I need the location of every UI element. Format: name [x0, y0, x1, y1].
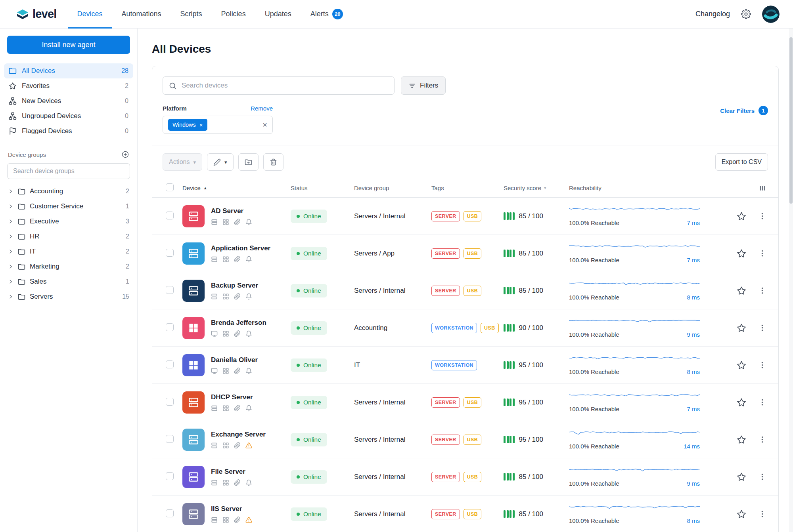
- paperclip-icon[interactable]: [234, 517, 241, 523]
- row-checkbox[interactable]: [166, 398, 174, 406]
- chevron-right-icon[interactable]: [8, 204, 13, 209]
- grid-icon[interactable]: [222, 219, 229, 225]
- device-name[interactable]: IIS Server: [211, 505, 252, 513]
- chevron-right-icon[interactable]: [8, 219, 13, 224]
- row-checkbox[interactable]: [166, 323, 174, 331]
- grid-icon[interactable]: [222, 330, 229, 337]
- grid-icon[interactable]: [222, 368, 229, 374]
- delete-button[interactable]: [263, 153, 283, 171]
- favorite-star-icon[interactable]: [737, 323, 746, 333]
- row-checkbox[interactable]: [166, 435, 174, 443]
- row-checkbox[interactable]: [166, 286, 174, 294]
- chevron-right-icon[interactable]: [8, 264, 13, 269]
- table-row[interactable]: Daniella Oliver Online IT WORKSTATION 95…: [152, 347, 778, 384]
- chevron-right-icon[interactable]: [8, 249, 13, 254]
- paperclip-icon[interactable]: [234, 293, 241, 300]
- row-checkbox[interactable]: [166, 249, 174, 257]
- column-device[interactable]: Device▲: [182, 185, 291, 191]
- sidebar-item-flagged-devices[interactable]: Flagged Devices 0: [4, 124, 133, 139]
- sidebar-item-all-devices[interactable]: All Devices 28: [4, 63, 133, 78]
- sidebar-item-ungrouped-devices[interactable]: Ungrouped Devices 0: [4, 109, 133, 124]
- server-icon[interactable]: [211, 405, 218, 412]
- device-name[interactable]: Brenda Jefferson: [211, 319, 266, 327]
- scrollbar-thumb[interactable]: [789, 37, 793, 204]
- chevron-right-icon[interactable]: [8, 189, 13, 194]
- export-to-csv-button[interactable]: Export to CSV: [715, 153, 768, 171]
- server-icon[interactable]: [211, 479, 218, 486]
- page-scrollbar[interactable]: [789, 29, 793, 532]
- bell-icon[interactable]: [245, 219, 252, 225]
- nav-tab-policies[interactable]: Policies: [212, 0, 255, 28]
- row-menu-icon[interactable]: [758, 435, 766, 444]
- server-icon[interactable]: [211, 442, 218, 449]
- columns-config-icon[interactable]: [759, 184, 778, 192]
- clear-platform-icon[interactable]: ×: [262, 121, 267, 129]
- nav-tab-devices[interactable]: Devices: [68, 0, 112, 28]
- favorite-star-icon[interactable]: [737, 509, 746, 519]
- row-menu-icon[interactable]: [758, 510, 766, 518]
- grid-icon[interactable]: [222, 479, 229, 486]
- actions-button[interactable]: Actions ▾: [163, 153, 202, 171]
- column-device-group[interactable]: Device group: [354, 185, 431, 191]
- table-row[interactable]: Backup Server Online Servers / Internal …: [152, 272, 778, 309]
- bell-icon[interactable]: [245, 368, 252, 374]
- bell-icon[interactable]: [245, 405, 252, 412]
- favorite-star-icon[interactable]: [737, 360, 746, 370]
- bell-icon[interactable]: [245, 256, 252, 263]
- bell-icon[interactable]: [245, 330, 252, 337]
- table-row[interactable]: Application Server Online Servers / App …: [152, 235, 778, 272]
- device-name[interactable]: Application Server: [211, 244, 270, 252]
- device-name[interactable]: Daniella Oliver: [211, 356, 258, 364]
- row-checkbox[interactable]: [166, 212, 174, 219]
- device-name[interactable]: DHCP Server: [211, 393, 253, 401]
- add-group-icon[interactable]: [121, 151, 129, 158]
- monitor-icon[interactable]: [211, 368, 218, 374]
- filters-button[interactable]: Filters: [401, 76, 446, 95]
- row-menu-icon[interactable]: [758, 286, 766, 295]
- table-row[interactable]: Exchange Server Online Servers / Interna…: [152, 421, 778, 458]
- group-item-it[interactable]: IT 2: [0, 244, 137, 259]
- warning-icon[interactable]: [245, 442, 252, 449]
- paperclip-icon[interactable]: [234, 219, 241, 225]
- clear-filters-link[interactable]: Clear Filters 1: [720, 106, 768, 115]
- server-icon[interactable]: [211, 219, 218, 225]
- paperclip-icon[interactable]: [234, 405, 241, 412]
- chip-remove-icon[interactable]: ×: [199, 122, 203, 128]
- remove-filter-link[interactable]: Remove: [251, 105, 273, 112]
- bell-icon[interactable]: [245, 293, 252, 300]
- row-checkbox[interactable]: [166, 472, 174, 480]
- install-new-agent-button[interactable]: Install new agent: [7, 36, 130, 54]
- user-avatar[interactable]: [762, 6, 780, 23]
- group-item-accounting[interactable]: Accounting 2: [0, 184, 137, 199]
- column-security-score[interactable]: Security score▾: [504, 185, 569, 191]
- group-search-input[interactable]: [7, 163, 130, 179]
- sidebar-item-favorites[interactable]: Favorites 2: [4, 78, 133, 93]
- group-item-sales[interactable]: Sales 1: [0, 274, 137, 289]
- grid-icon[interactable]: [222, 256, 229, 263]
- column-status[interactable]: Status: [291, 185, 354, 191]
- device-name[interactable]: Backup Server: [211, 282, 258, 290]
- group-item-customer-service[interactable]: Customer Service 1: [0, 199, 137, 214]
- bell-icon[interactable]: [245, 479, 252, 486]
- nav-tab-automations[interactable]: Automations: [112, 0, 171, 28]
- row-menu-icon[interactable]: [758, 398, 766, 406]
- server-icon[interactable]: [211, 293, 218, 300]
- paperclip-icon[interactable]: [234, 256, 241, 263]
- table-row[interactable]: DHCP Server Online Servers / Internal SE…: [152, 384, 778, 421]
- windows-filter-chip[interactable]: Windows ×: [168, 119, 207, 131]
- group-item-executive[interactable]: Executive 3: [0, 214, 137, 229]
- favorite-star-icon[interactable]: [737, 212, 746, 221]
- device-name[interactable]: AD Server: [211, 207, 252, 215]
- sidebar-item-new-devices[interactable]: New Devices 0: [4, 93, 133, 109]
- chevron-right-icon[interactable]: [8, 234, 13, 239]
- settings-gear-icon[interactable]: [741, 9, 751, 19]
- paperclip-icon[interactable]: [234, 442, 241, 449]
- chevron-right-icon[interactable]: [8, 294, 13, 299]
- grid-icon[interactable]: [222, 293, 229, 300]
- move-to-group-button[interactable]: [238, 153, 259, 171]
- row-menu-icon[interactable]: [758, 361, 766, 369]
- favorite-star-icon[interactable]: [737, 472, 746, 482]
- group-item-marketing[interactable]: Marketing 2: [0, 259, 137, 274]
- table-row[interactable]: IIS Server Online Servers / Internal SER…: [152, 496, 778, 532]
- column-reachability[interactable]: Reachability: [569, 185, 731, 191]
